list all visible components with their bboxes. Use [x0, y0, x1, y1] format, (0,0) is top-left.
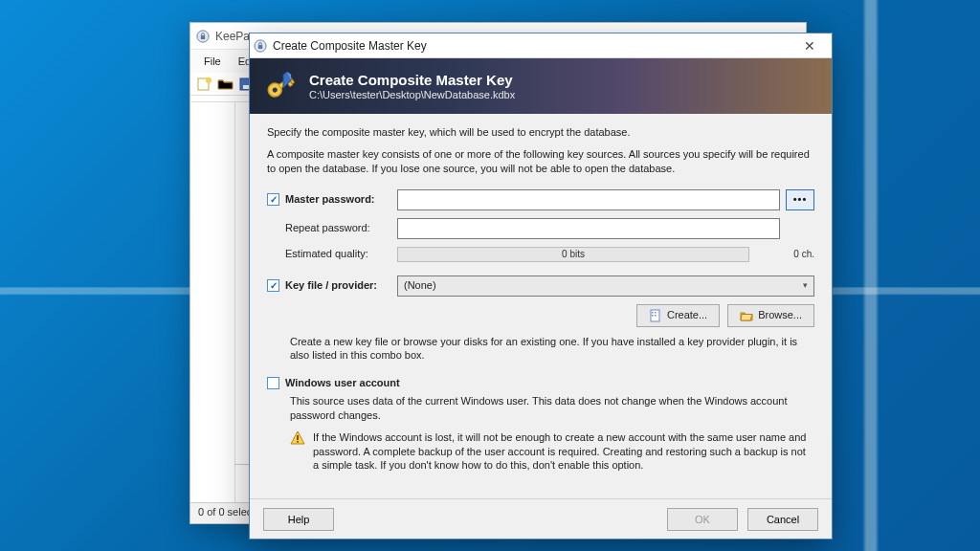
key-file-section: ✓ Key file / provider: (None) ▾ Create..… [267, 276, 814, 364]
key-file-selected: (None) [404, 278, 436, 293]
banner-text: Create Composite Master Key C:\Users\tes… [309, 72, 515, 100]
help-button[interactable]: Help [263, 508, 334, 531]
cancel-button[interactable]: Cancel [747, 508, 818, 531]
windows-account-warning-text: If the Windows account is lost, it will … [313, 430, 814, 474]
char-count: 0 ch. [761, 248, 814, 261]
windows-account-checkbox[interactable]: ✓ [267, 377, 279, 389]
main-tree-panel [191, 102, 235, 502]
key-file-checkbox[interactable]: ✓ [267, 279, 279, 292]
banner-path: C:\Users\tester\Desktop\NewDatabase.kdbx [309, 89, 515, 100]
windows-account-section: ✓ Windows user account This source uses … [267, 376, 814, 473]
windows-account-desc: This source uses data of the current Win… [290, 394, 814, 423]
svg-rect-16 [652, 315, 654, 317]
master-password-section: ✓ Master password: ••• Repeat password: … [267, 189, 814, 262]
svg-rect-19 [297, 441, 299, 443]
key-file-label: Key file / provider: [285, 278, 377, 293]
dialog-close-button[interactable]: ✕ [791, 34, 828, 57]
browse-key-file-button[interactable]: Browse... [727, 304, 814, 327]
svg-rect-15 [655, 312, 657, 314]
browse-folder-icon [740, 309, 753, 322]
dialog-title: Create Composite Master Key [273, 39, 427, 53]
repeat-password-label: Repeat password: [285, 221, 370, 235]
windows-account-warning: If the Windows account is lost, it will … [290, 430, 814, 474]
banner-title: Create Composite Master Key [309, 72, 515, 88]
windows-account-label: Windows user account [285, 376, 400, 390]
chevron-down-icon: ▾ [803, 279, 808, 291]
svg-point-3 [206, 77, 212, 83]
show-password-button[interactable]: ••• [786, 189, 814, 210]
dialog-titlebar: Create Composite Master Key ✕ [250, 33, 832, 58]
dialog-body: Specify the composite master key, which … [250, 114, 832, 473]
svg-rect-18 [297, 435, 299, 440]
intro-line-2: A composite master key consists of one o… [267, 147, 814, 176]
svg-rect-1 [201, 35, 205, 39]
svg-rect-7 [258, 45, 262, 49]
new-db-icon[interactable] [196, 77, 213, 92]
key-file-help-text: Create a new key file or browse your dis… [290, 335, 814, 364]
master-password-input[interactable] [397, 189, 780, 210]
open-folder-icon[interactable] [217, 77, 234, 92]
create-button-label: Create... [667, 308, 707, 322]
ok-button[interactable]: OK [667, 508, 738, 531]
menu-file[interactable]: File [196, 52, 229, 71]
intro-line-1: Specify the composite master key, which … [267, 125, 814, 140]
create-master-key-dialog: Create Composite Master Key ✕ Create Com… [249, 33, 833, 540]
repeat-password-input[interactable] [397, 218, 780, 239]
create-file-icon [649, 309, 662, 322]
dialog-footer: Help OK Cancel [250, 498, 832, 539]
create-key-file-button[interactable]: Create... [636, 304, 720, 327]
svg-rect-14 [652, 312, 654, 314]
dialog-banner: Create Composite Master Key C:\Users\tes… [250, 58, 832, 114]
app-lock-icon [196, 30, 210, 43]
banner-key-icon [263, 69, 298, 103]
master-password-checkbox[interactable]: ✓ [267, 193, 279, 206]
warning-icon [290, 430, 305, 446]
svg-rect-17 [655, 315, 657, 317]
master-password-label: Master password: [285, 192, 375, 207]
key-file-select[interactable]: (None) ▾ [397, 276, 814, 297]
quality-meter: 0 bits [397, 247, 749, 262]
browse-button-label: Browse... [758, 308, 802, 322]
estimated-quality-label: Estimated quality: [285, 247, 368, 261]
dialog-lock-icon [254, 39, 267, 53]
